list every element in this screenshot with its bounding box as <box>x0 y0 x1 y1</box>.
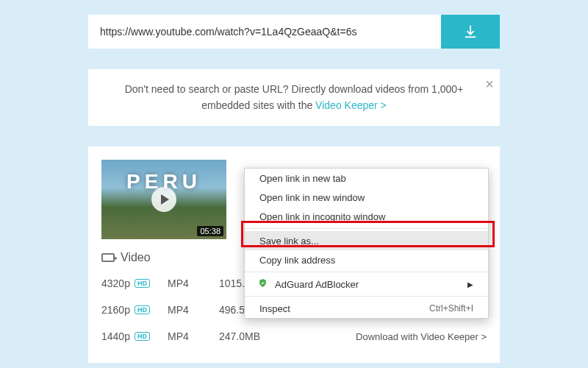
context-menu-label: Save link as... <box>259 236 319 247</box>
submenu-arrow-icon: ▶ <box>467 280 473 289</box>
context-menu-label: Copy link address <box>259 255 335 266</box>
video-thumbnail[interactable]: PERU 05:38 <box>101 160 226 239</box>
context-menu[interactable]: Open link in new tabOpen link in new win… <box>244 168 489 319</box>
context-menu-label: Open link in new window <box>259 192 365 203</box>
quality-label: 1440p <box>101 330 130 342</box>
quality-label: 4320p <box>101 277 130 289</box>
context-menu-item[interactable]: AdGuard AdBlocker▶ <box>245 275 488 294</box>
format-label: MP4 <box>168 330 219 342</box>
video-icon <box>101 253 115 262</box>
video-keeper-download-link[interactable]: Download with Video Keeper > <box>356 331 487 342</box>
thumb-title: PERU <box>101 170 226 194</box>
context-menu-item[interactable]: Open link in new window <box>245 188 488 207</box>
format-label: MP4 <box>168 277 219 289</box>
promo-banner: × Don't need to search or paste URL? Dir… <box>88 69 500 126</box>
context-menu-separator <box>245 296 488 297</box>
context-menu-separator <box>245 228 488 229</box>
quality-label: 2160p <box>101 304 130 316</box>
url-input[interactable] <box>88 15 441 49</box>
hd-badge: HD <box>135 305 150 314</box>
context-menu-separator <box>245 272 488 272</box>
size-label: 247.0MB <box>219 330 300 342</box>
context-menu-item[interactable]: Open link in incognito window <box>245 207 488 226</box>
banner-text: Don't need to search or paste URL? Direc… <box>125 83 464 111</box>
shield-icon <box>259 277 275 291</box>
close-icon[interactable]: × <box>485 72 494 96</box>
fetch-button[interactable] <box>441 15 500 49</box>
video-keeper-link[interactable]: Video Keeper > <box>315 99 387 111</box>
url-row <box>88 15 500 49</box>
context-menu-item[interactable]: Copy link address <box>245 250 488 269</box>
context-menu-label: Inspect <box>259 303 290 314</box>
format-label: MP4 <box>168 304 219 316</box>
hd-badge: HD <box>135 279 150 288</box>
duration-badge: 05:38 <box>197 226 223 236</box>
context-menu-label: AdGuard AdBlocker <box>275 279 359 290</box>
download-icon <box>462 24 478 40</box>
context-menu-item[interactable]: Open link in new tab <box>245 169 488 188</box>
context-menu-label: Open link in new tab <box>259 173 346 184</box>
shortcut-label: Ctrl+Shift+I <box>429 303 473 314</box>
hd-badge: HD <box>135 332 150 341</box>
context-menu-item[interactable]: InspectCtrl+Shift+I <box>245 299 488 318</box>
section-label: Video <box>121 251 151 264</box>
context-menu-label: Open link in incognito window <box>259 211 385 222</box>
context-menu-item[interactable]: Save link as... <box>245 231 488 250</box>
video-row: 1440pHDMP4247.0MBDownload with Video Kee… <box>101 323 487 350</box>
